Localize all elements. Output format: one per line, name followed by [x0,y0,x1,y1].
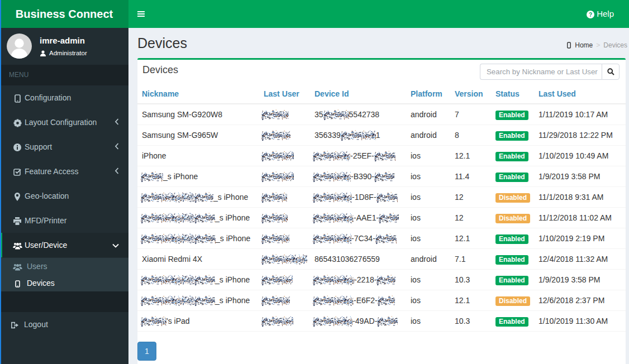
svg-text:?: ? [589,12,592,18]
